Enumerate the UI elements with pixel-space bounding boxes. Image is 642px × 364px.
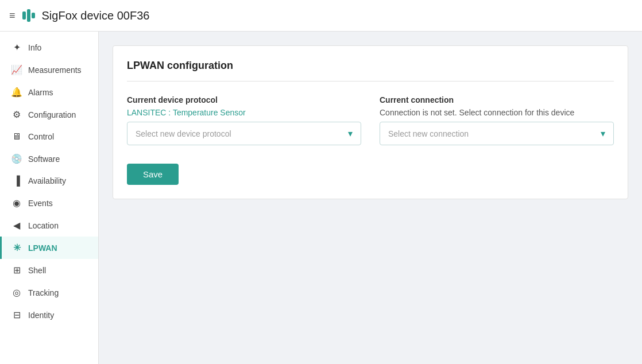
sidebar-item-info[interactable]: ✦Info: [0, 36, 98, 59]
protocol-dropdown-arrow: ▾: [348, 128, 353, 139]
sidebar-item-location[interactable]: ◀Location: [0, 214, 98, 237]
menu-icon[interactable]: ≡: [9, 10, 16, 22]
connection-value: Connection is not set. Select connection…: [380, 108, 614, 117]
protocol-label: Current device protocol: [127, 95, 361, 104]
sidebar-label-location: Location: [28, 221, 59, 230]
control-icon: 🖥: [11, 131, 22, 142]
sidebar-label-shell: Shell: [28, 266, 46, 275]
lpwan-icon: ✳: [11, 242, 22, 253]
connection-label: Current connection: [380, 95, 614, 104]
protocol-select[interactable]: Select new device protocol ▾: [127, 122, 361, 145]
sidebar-label-events: Events: [28, 199, 53, 208]
availability-icon: ▐: [11, 176, 22, 186]
protocol-select-placeholder: Select new device protocol: [136, 129, 231, 138]
sidebar-item-configuration[interactable]: ⚙Configuration: [0, 103, 98, 126]
sidebar-label-info: Info: [28, 43, 41, 52]
shell-icon: ⊞: [11, 265, 22, 276]
sidebar-item-availability[interactable]: ▐Availability: [0, 170, 98, 192]
info-icon: ✦: [11, 42, 22, 53]
tracking-icon: ◎: [11, 287, 22, 298]
protocol-col: Current device protocol LANSITEC : Tempe…: [127, 95, 361, 145]
sidebar-label-identity: Identity: [28, 311, 54, 320]
connection-select-placeholder: Select new connection: [388, 129, 469, 138]
page-title: SigFox device 00F36: [42, 9, 150, 22]
sidebar-item-events[interactable]: ◉Events: [0, 192, 98, 214]
connection-col: Current connection Connection is not set…: [380, 95, 614, 145]
alarms-icon: 🔔: [11, 87, 22, 98]
protocol-value: LANSITEC : Temperature Sensor: [127, 108, 361, 117]
sidebar-label-alarms: Alarms: [28, 88, 53, 97]
sidebar-label-tracking: Tracking: [28, 288, 59, 297]
connection-select[interactable]: Select new connection ▾: [380, 122, 614, 145]
sidebar-item-alarms[interactable]: 🔔Alarms: [0, 81, 98, 103]
sidebar-label-control: Control: [28, 132, 54, 141]
sidebar-item-tracking[interactable]: ◎Tracking: [0, 281, 98, 304]
sidebar-label-availability: Availability: [28, 176, 66, 185]
config-row: Current device protocol LANSITEC : Tempe…: [127, 95, 614, 145]
sidebar-label-measurements: Measurements: [28, 65, 82, 75]
connection-dropdown-arrow: ▾: [601, 128, 605, 139]
sidebar-label-lpwan: LPWAN: [28, 243, 57, 253]
software-icon: 💿: [11, 153, 22, 164]
measurements-icon: 📈: [11, 64, 22, 75]
events-icon: ◉: [11, 198, 22, 208]
save-button[interactable]: Save: [127, 164, 179, 185]
sidebar: ✦Info📈Measurements🔔Alarms⚙Configuration🖥…: [0, 32, 99, 364]
configuration-icon: ⚙: [11, 109, 22, 120]
sidebar-item-measurements[interactable]: 📈Measurements: [0, 59, 98, 81]
sidebar-label-configuration: Configuration: [28, 110, 76, 119]
main-content: LPWAN configuration Current device proto…: [99, 32, 642, 364]
sidebar-item-shell[interactable]: ⊞Shell: [0, 259, 98, 281]
sidebar-item-lpwan[interactable]: ✳LPWAN: [0, 237, 98, 259]
card-title: LPWAN configuration: [127, 60, 614, 82]
sidebar-item-control[interactable]: 🖥Control: [0, 126, 98, 148]
identity-icon: ⊟: [11, 309, 22, 320]
sidebar-item-identity[interactable]: ⊟Identity: [0, 304, 98, 326]
app-header: ≡ SigFox device 00F36: [0, 0, 642, 32]
sidebar-label-software: Software: [28, 154, 60, 164]
device-icon: [22, 9, 35, 22]
sidebar-item-software[interactable]: 💿Software: [0, 148, 98, 170]
location-icon: ◀: [11, 220, 22, 231]
lpwan-card: LPWAN configuration Current device proto…: [113, 45, 628, 199]
